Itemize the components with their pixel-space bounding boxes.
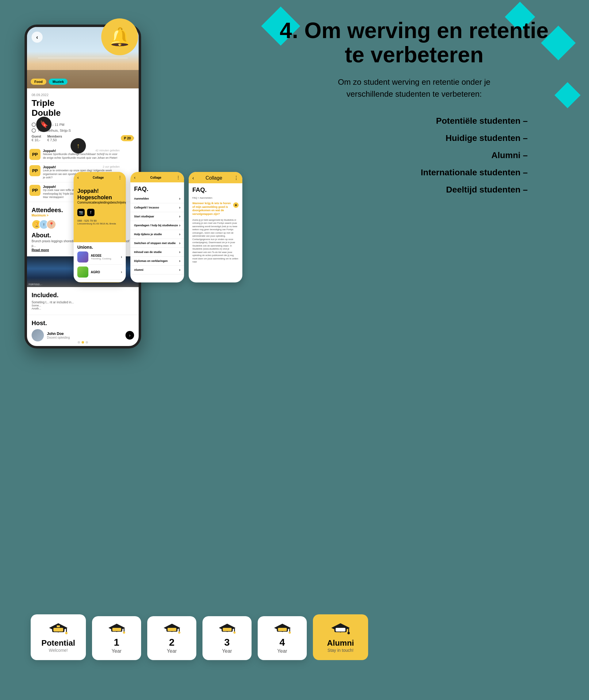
grad-cap-2	[164, 622, 180, 636]
svg-rect-28	[336, 628, 346, 632]
chevron-icon-5: ›	[179, 232, 180, 237]
svg-rect-4	[66, 628, 67, 633]
faq-inhoud[interactable]: Inhoud van de studie ›	[130, 248, 184, 257]
faq-header-title: Collage	[150, 176, 161, 179]
expand-button[interactable]: +	[233, 202, 239, 208]
points-badge: P 20	[121, 135, 134, 141]
card-year-4: 4 Year	[258, 616, 307, 660]
contact-phone: 088 - 525 79 90 Leeuwenburg 61-63 5616 A…	[77, 219, 122, 225]
included-section: Included. Someting t... nt ar included i…	[27, 287, 139, 315]
faq-hulp[interactable]: Hulp tijdens je studie ›	[130, 230, 184, 239]
union-agro-arrow[interactable]: ›	[121, 270, 122, 274]
svg-rect-24	[289, 628, 290, 632]
faq-question-row: Wanneer krijg ik iets te horen of mijn a…	[189, 200, 242, 218]
event-date: 08.09.2022	[32, 93, 134, 97]
action-dot-2[interactable]	[87, 228, 96, 236]
chevron-icon-7: ›	[179, 250, 180, 254]
screen1-title: Collage	[92, 176, 104, 179]
faq-breadcrumb: FAQ > Aanmelden	[189, 195, 242, 200]
screen1-back[interactable]: ‹	[77, 175, 79, 180]
building-caption: FORTISSL...	[29, 284, 41, 286]
card-year-2: 2 Year	[147, 616, 196, 660]
guest-price: Guest € 10,-	[32, 134, 41, 142]
host-name: John Doe	[47, 331, 70, 336]
union-aegee-arrow[interactable]: ›	[121, 255, 122, 259]
svg-point-30	[348, 632, 350, 634]
grad-cap-1	[108, 622, 125, 636]
alumni-sublabel: Stay in touch!	[319, 648, 362, 653]
svg-marker-1	[57, 625, 60, 627]
faq-question-text: Wanneer krijg ik iets te horen of mijn a…	[192, 202, 231, 216]
union-agro[interactable]: AGRO ›	[77, 265, 122, 280]
faq-opendagen[interactable]: Opendagen / hulp bij studiekeuze ›	[130, 221, 184, 230]
share-icon-float[interactable]: ↑	[70, 138, 86, 153]
faq-menu[interactable]: ⋮	[176, 175, 180, 180]
hero-subtitle: Om zo student werving en retentie onder …	[322, 76, 506, 100]
faq-detail-menu[interactable]: ⋮	[234, 175, 239, 181]
union-agro-info: AGRO	[91, 271, 100, 274]
svg-rect-14	[179, 628, 180, 632]
grad-cap-3	[219, 622, 236, 636]
tag-food[interactable]: Food	[31, 79, 46, 85]
grad-cap-4	[274, 622, 291, 636]
unions-section: Unions. AEGEE Traveling, Cooking › AGRO …	[73, 242, 126, 282]
year4-label: Year	[263, 649, 301, 654]
faq-title: FAQ.	[130, 182, 184, 194]
faq-detail-main-title: FAQ.	[189, 183, 242, 195]
back-icon: ‹	[36, 34, 38, 40]
unions-title: Unions.	[77, 245, 122, 250]
notification-bell-circle[interactable]: 🔔	[101, 18, 138, 55]
faq-diplomas[interactable]: Diplomas en verklaringen ›	[130, 257, 184, 266]
student-item-3: Alumni –	[276, 147, 528, 164]
faq-studiejaar[interactable]: Start studiejaar ›	[130, 212, 184, 221]
chevron-icon-4: ›	[179, 223, 180, 228]
chevron-icon-3: ›	[179, 214, 180, 219]
student-item-4: Internationale studenten –	[276, 164, 528, 181]
faq-aanmelden[interactable]: Aanmelden ›	[130, 194, 184, 203]
chevron-icon-2: ›	[179, 205, 180, 210]
host-arrow-button[interactable]: ›	[126, 331, 134, 339]
faq-switchen[interactable]: Switchen of stoppen met studie ›	[130, 239, 184, 248]
year4-cap-wrapper	[263, 622, 301, 638]
union-aegee[interactable]: AEGEE Traveling, Cooking ›	[77, 250, 122, 265]
back-button[interactable]: ‹	[32, 32, 43, 43]
facebook-icon[interactable]: f	[87, 209, 94, 216]
svg-point-20	[233, 632, 235, 634]
dot-2-active[interactable]	[81, 341, 84, 343]
notif-avatar-3: PP	[29, 185, 40, 196]
year1-cap-wrapper	[97, 622, 136, 638]
screen-faq-detail: ‹ Collage ⋮ FAQ. FAQ > Aanmelden Wanneer…	[189, 172, 242, 282]
hero-section: 4. Om werving en retentie te verbeteren …	[276, 18, 552, 198]
student-item-2: Huidige studenten –	[276, 130, 528, 147]
stage-cards-row: Potential Welcome! 1 Year	[31, 614, 368, 660]
year1-label: Year	[97, 649, 136, 654]
faq-back[interactable]: ‹	[134, 175, 136, 180]
instagram-icon[interactable]: 📷	[77, 209, 85, 216]
screen1-menu[interactable]: ⋮	[118, 175, 122, 180]
middle-screens-row: ‹ Collage ⋮ Joppah!Hogescholen Communica…	[73, 172, 242, 282]
faq-alumni[interactable]: Alumni ›	[130, 266, 184, 274]
year3-cap-wrapper	[208, 622, 246, 638]
action-dot-1[interactable]	[77, 228, 86, 236]
tag-muziek[interactable]: Muziek	[49, 79, 67, 85]
svg-rect-9	[124, 628, 125, 632]
host-details: John Doe Docent opleiding	[47, 331, 70, 339]
school-subtitle: Communicatieopleidingsbeschrijving...	[77, 201, 122, 204]
clock-icon	[32, 123, 36, 127]
member-price: Members € 7,50	[47, 134, 62, 142]
potential-cap-wrapper	[37, 622, 80, 638]
year3-label: Year	[208, 649, 246, 654]
faq-detail-back[interactable]: ‹	[192, 175, 194, 181]
bookmark-icon-float[interactable]: 🔖	[36, 117, 51, 132]
chevron-icon-6: ›	[179, 241, 180, 245]
notif-avatar-2: PP	[29, 165, 40, 176]
faq-answer-text: Zodra jij je hebt aangemeld bij Studieli…	[189, 218, 242, 265]
faq-collegeld[interactable]: Collegeld / incasso ›	[130, 203, 184, 212]
union-aegee-info: AEGEE Traveling, Cooking	[91, 254, 111, 260]
year3-num: 3	[208, 638, 246, 647]
dot-3[interactable]	[85, 341, 88, 343]
host-avatar	[32, 329, 44, 341]
dot-1[interactable]	[77, 341, 80, 343]
svg-point-15	[178, 632, 180, 634]
alumni-label: Alumni	[319, 638, 362, 648]
